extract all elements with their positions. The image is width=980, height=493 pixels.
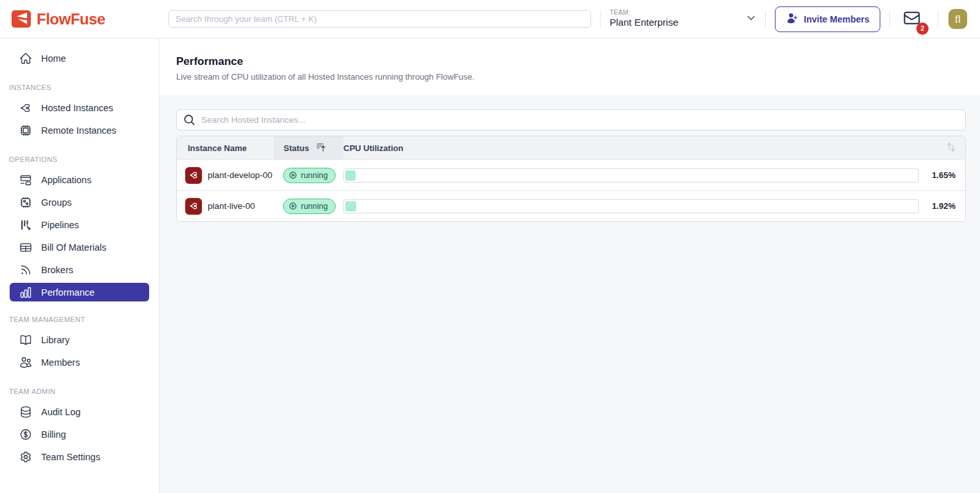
status-badge: running <box>283 199 336 214</box>
table-header-row: Instance Name Status CPU Utilization <box>177 136 965 159</box>
table-row[interactable]: plant-develop-00 running 1.65% <box>177 159 965 190</box>
sidebar-item-label: Library <box>41 335 69 345</box>
flowfuse-logo-icon <box>12 10 31 28</box>
flowfuse-logo[interactable]: FlowFuse <box>12 10 168 28</box>
sidebar-section-operations: OPERATIONS <box>9 156 150 163</box>
cpu-utilization-bar <box>343 168 919 183</box>
instance-name[interactable]: plant-live-00 <box>208 201 255 211</box>
billing-icon <box>19 428 32 441</box>
hosted-instances-icon <box>19 102 32 114</box>
sidebar-item-audit-log[interactable]: Audit Log <box>0 400 159 423</box>
sidebar-item-label: Members <box>41 357 80 368</box>
sidebar-item-groups[interactable]: Groups <box>0 191 159 213</box>
cpu-utilization-fill <box>345 201 356 211</box>
instance-name[interactable]: plant-develop-00 <box>208 170 273 180</box>
sidebar-item-label: Performance <box>41 287 95 298</box>
page-subtitle: Live stream of CPU utilization of all Ho… <box>176 72 966 82</box>
instance-search-input[interactable] <box>176 109 966 130</box>
team-search-input[interactable] <box>168 10 591 28</box>
sidebar: Home INSTANCES Hosted Instances Remote I… <box>0 39 159 493</box>
sidebar-item-label: Hosted Instances <box>41 103 113 113</box>
sidebar-item-members[interactable]: Members <box>0 351 159 373</box>
sidebar-item-remote-instances[interactable]: Remote Instances <box>0 119 159 141</box>
sidebar-item-label: Home <box>41 53 66 64</box>
sidebar-item-home[interactable]: Home <box>0 47 159 69</box>
status-label: running <box>301 202 328 211</box>
sidebar-item-label: Team Settings <box>41 452 100 462</box>
sidebar-item-team-settings[interactable]: Team Settings <box>0 445 159 468</box>
cpu-utilization-fill <box>345 170 356 181</box>
sidebar-item-pipelines[interactable]: Pipelines <box>0 213 159 236</box>
sidebar-item-label: Pipelines <box>41 220 79 230</box>
sort-ascending-icon <box>316 142 326 154</box>
column-header-cpu[interactable]: CPU Utilization <box>343 136 919 159</box>
play-circle-icon <box>289 171 297 179</box>
divider <box>938 11 938 28</box>
sidebar-section-instances: INSTANCES <box>9 84 150 91</box>
bill-of-materials-icon <box>19 241 32 254</box>
sidebar-item-hosted-instances[interactable]: Hosted Instances <box>0 96 159 119</box>
sidebar-item-label: Applications <box>41 175 91 185</box>
page-title: Performance <box>176 55 966 68</box>
sidebar-item-performance[interactable]: Performance <box>10 283 149 301</box>
divider <box>889 11 890 28</box>
cpu-utilization-bar <box>343 199 919 213</box>
notification-count-badge: 2 <box>916 22 929 35</box>
groups-icon <box>19 196 32 209</box>
library-icon <box>19 334 32 346</box>
pipelines-icon <box>19 219 32 231</box>
sidebar-item-label: Audit Log <box>41 407 80 417</box>
top-header: FlowFuse TEAM: Plant Enterprise Invite M… <box>0 0 980 39</box>
status-badge: running <box>283 168 336 183</box>
sort-toggle[interactable] <box>919 136 965 159</box>
divider <box>765 11 766 28</box>
members-icon <box>19 356 32 369</box>
user-plus-icon <box>786 12 798 26</box>
performance-icon <box>19 286 32 299</box>
team-label: TEAM: <box>610 9 678 17</box>
search-icon <box>183 114 195 129</box>
instance-icon <box>185 198 202 215</box>
instances-table: Instance Name Status CPU Utilization <box>176 136 966 222</box>
column-header-status[interactable]: Status <box>274 136 343 159</box>
team-name: Plant Enterprise <box>610 17 678 29</box>
sidebar-item-label: Brokers <box>41 265 73 275</box>
sidebar-item-label: Bill Of Materials <box>41 242 107 253</box>
arrows-up-down-icon <box>946 142 956 154</box>
home-icon <box>19 52 32 65</box>
sidebar-item-label: Billing <box>41 429 66 440</box>
instance-icon <box>185 167 202 184</box>
sidebar-item-label: Groups <box>41 197 72 208</box>
column-header-instance-name[interactable]: Instance Name <box>177 136 274 159</box>
invite-members-button[interactable]: Invite Members <box>775 6 880 32</box>
sidebar-item-bill-of-materials[interactable]: Bill Of Materials <box>0 236 159 258</box>
notifications-button[interactable]: 2 <box>903 9 921 30</box>
audit-log-icon <box>19 406 32 418</box>
team-settings-icon <box>19 451 32 463</box>
chevron-down-icon <box>746 13 756 26</box>
sidebar-item-library[interactable]: Library <box>0 328 159 351</box>
brokers-icon <box>19 264 32 276</box>
main-content: Performance Live stream of CPU utilizati… <box>159 39 980 493</box>
column-header-status-label: Status <box>284 143 309 153</box>
remote-instances-icon <box>19 124 32 137</box>
cpu-percentage: 1.65% <box>919 170 965 180</box>
invite-members-label: Invite Members <box>804 14 869 24</box>
sidebar-item-applications[interactable]: Applications <box>0 168 159 191</box>
divider <box>600 11 601 28</box>
applications-icon <box>19 174 32 186</box>
cpu-percentage: 1.92% <box>919 201 965 211</box>
sidebar-item-brokers[interactable]: Brokers <box>0 258 159 281</box>
sidebar-section-team-admin: TEAM ADMIN <box>9 388 150 395</box>
sidebar-item-billing[interactable]: Billing <box>0 423 159 445</box>
sidebar-item-label: Remote Instances <box>41 125 116 136</box>
table-row[interactable]: plant-live-00 running 1.92% <box>177 190 965 221</box>
team-selector[interactable]: TEAM: Plant Enterprise <box>610 9 756 29</box>
play-circle-icon <box>289 202 297 210</box>
status-label: running <box>301 171 328 180</box>
sidebar-section-team-management: TEAM MANAGEMENT <box>9 316 150 323</box>
flowfuse-logo-text: FlowFuse <box>37 10 105 28</box>
user-avatar[interactable]: fl <box>948 9 967 29</box>
